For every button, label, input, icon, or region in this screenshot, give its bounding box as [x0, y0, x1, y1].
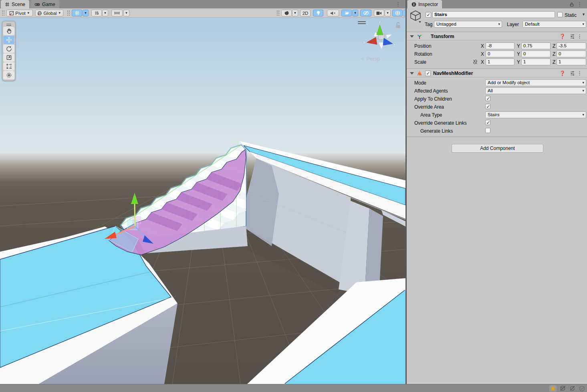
scene-viewport[interactable]: y x z < Persp [0, 18, 405, 384]
transform-foldout-icon[interactable] [410, 35, 414, 38]
transform-tool-button[interactable] [3, 71, 14, 79]
scene-panel-menu-icon[interactable]: ⋮ [395, 2, 401, 7]
progress-idle-icon[interactable] [578, 385, 585, 392]
transform-header[interactable]: Transform ❓ ⋮ [407, 32, 587, 40]
scene-toolbar: Pivot ▼ Global ▼ ▼ ▼ ▼ [0, 8, 405, 18]
mode-dropdown[interactable]: Add or Modify object [485, 79, 586, 86]
snap-toggle-button[interactable] [91, 10, 102, 16]
audio-toggle-button[interactable] [327, 10, 339, 16]
effects-toggle-button[interactable] [341, 10, 352, 16]
hidden-objects-button[interactable] [360, 10, 371, 16]
effects-dropdown[interactable]: ▼ [352, 10, 358, 16]
gameobject-name-field[interactable]: Stairs [432, 11, 555, 18]
tool-palette-handle-icon[interactable] [3, 22, 14, 26]
draw-mode-dropdown[interactable]: ▼ [292, 10, 298, 16]
increment-snap-dropdown[interactable]: ▼ [123, 10, 129, 16]
lighting-toggle-button[interactable] [313, 10, 323, 16]
apply-to-children-checkbox[interactable] [485, 96, 490, 101]
navmesh-modifier-header[interactable]: NavMeshModifier ❓ ⋮ [407, 69, 587, 77]
rotate-icon [6, 46, 12, 52]
move-tool-button[interactable] [3, 36, 14, 44]
tab-inspector[interactable]: Inspector [407, 0, 442, 8]
gizmo-plane-handle-xy[interactable] [133, 216, 141, 224]
transform-presets-icon[interactable] [570, 34, 575, 39]
pivot-toggle-button[interactable]: Pivot ▼ [6, 10, 33, 16]
navmesh-menu-icon[interactable]: ⋮ [577, 71, 582, 76]
add-component-button[interactable]: Add Component [452, 144, 543, 153]
scale-y-field[interactable]: 1 [521, 59, 551, 65]
grid-dropdown-arrow-icon: ▼ [84, 11, 87, 15]
scale-tool-button[interactable] [3, 53, 14, 62]
audio-muted-icon [330, 11, 336, 16]
gizmo-x-label[interactable]: x [363, 40, 365, 44]
rotation-x-field[interactable]: 0 [486, 51, 514, 57]
rotation-z-field[interactable]: 0 [557, 51, 586, 57]
debugger-bug-icon[interactable] [549, 385, 557, 392]
toolbar-grip-3[interactable] [277, 10, 279, 16]
pivot-dropdown-arrow-icon: ▼ [27, 11, 30, 15]
tab-game[interactable]: Game [30, 0, 59, 8]
global-label: Global [43, 11, 56, 16]
static-dropdown-arrow-icon[interactable]: ▼ [582, 12, 585, 16]
override-area-checkbox[interactable] [485, 104, 490, 109]
position-x-field[interactable]: -8 [486, 42, 514, 49]
scale-z-field[interactable]: 1 [557, 59, 586, 65]
camera-settings-button[interactable] [374, 10, 384, 16]
scene-grid-icon [5, 2, 10, 7]
layer-dropdown[interactable]: Default [522, 21, 586, 28]
camera-dropdown[interactable]: ▼ [385, 10, 391, 16]
lightbulb-icon [316, 10, 321, 16]
scale-x-label: X [481, 59, 484, 65]
navmesh-presets-icon[interactable] [570, 71, 575, 76]
toolbar-grip-2[interactable] [67, 10, 70, 16]
rect-tool-button[interactable] [3, 62, 14, 71]
position-z-field[interactable]: -3.5 [557, 42, 586, 49]
navmesh-foldout-icon[interactable] [410, 72, 414, 75]
increment-snap-button[interactable] [111, 10, 123, 16]
override-generate-links-checkbox[interactable] [485, 120, 490, 125]
view-hand-tool-button[interactable] [3, 27, 14, 35]
effects-arrow-icon: ▼ [354, 11, 357, 15]
persp-label: Persp [367, 56, 380, 62]
inspector-lock-icon[interactable] [569, 2, 574, 7]
snap-options-dropdown[interactable]: ▼ [102, 10, 108, 16]
gizmo-y-shaft[interactable] [135, 203, 135, 226]
gameobject-active-checkbox[interactable] [426, 12, 431, 18]
static-checkbox[interactable] [557, 12, 563, 17]
navmesh-enabled-checkbox[interactable] [425, 71, 431, 76]
affected-agents-dropdown[interactable]: All [485, 87, 586, 94]
rotation-label: Rotation [414, 51, 432, 57]
area-type-dropdown[interactable]: Stairs [485, 111, 586, 118]
tag-dropdown[interactable]: Untagged [434, 21, 502, 28]
rotation-y-field[interactable]: 0 [521, 51, 551, 57]
transform-menu-icon[interactable]: ⋮ [577, 34, 582, 39]
rotate-tool-button[interactable] [3, 44, 14, 53]
grid-options-dropdown[interactable]: ▼ [83, 10, 89, 16]
scale-link-icon[interactable] [472, 59, 478, 65]
gamepad-icon [34, 2, 40, 6]
inspector-menu-icon[interactable]: ⋮ [577, 2, 582, 7]
draw-mode-button[interactable] [281, 10, 292, 16]
gizmo-z-label[interactable]: z [393, 42, 395, 47]
navmesh-help-icon[interactable]: ❓ [559, 71, 565, 76]
global-toggle-button[interactable]: Global ▼ [35, 10, 63, 16]
rotation-x-label: X [481, 51, 484, 57]
scale-z-label: Z [553, 59, 555, 65]
tab-scene[interactable]: Scene [1, 0, 29, 8]
orientation-gizmo-menu-icon[interactable] [358, 21, 366, 25]
transform-help-icon[interactable]: ❓ [559, 34, 565, 39]
generate-links-checkbox[interactable] [485, 128, 490, 133]
grid-visibility-button[interactable] [72, 10, 82, 16]
2d-toggle-button[interactable]: 2D [300, 10, 311, 16]
position-y-field[interactable]: 0.75 [521, 42, 551, 49]
cache-server-icon[interactable] [559, 385, 566, 392]
auto-refresh-disabled-icon[interactable] [569, 385, 576, 392]
tab-scene-label: Scene [12, 2, 25, 7]
gizmos-toggle-button[interactable] [392, 10, 403, 16]
gameobject-cube-icon[interactable] [410, 10, 422, 23]
scale-x-field[interactable]: 1 [486, 59, 514, 65]
perspective-toggle[interactable]: < Persp [361, 56, 380, 62]
grid-toggle-icon [75, 10, 80, 16]
toolbar-grip[interactable] [2, 10, 4, 16]
gizmo-y-label[interactable]: y [379, 19, 381, 24]
